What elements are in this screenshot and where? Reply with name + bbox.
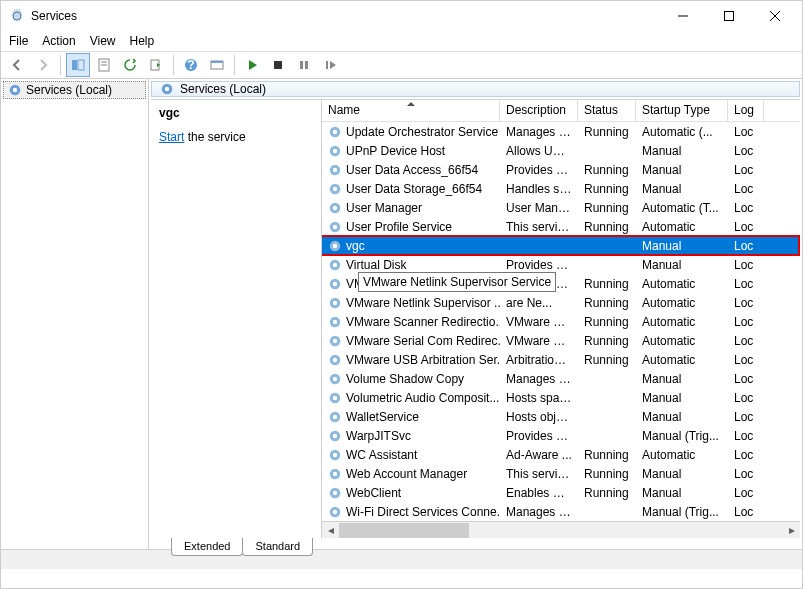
- service-startup-cell: Manual (Trig...: [636, 505, 728, 519]
- service-logon-cell: Loc: [728, 220, 764, 234]
- service-row[interactable]: User Data Access_66f54Provides ap...Runn…: [322, 160, 800, 179]
- minimize-button[interactable]: [660, 1, 706, 31]
- start-link[interactable]: Start: [159, 130, 184, 144]
- service-row[interactable]: Update Orchestrator ServiceManages W...R…: [322, 122, 800, 141]
- content-header-title: Services (Local): [180, 82, 266, 96]
- service-row[interactable]: Volumetric Audio Composit...Hosts spatia…: [322, 388, 800, 407]
- service-row[interactable]: WarpJITSvcProvides a JI...Manual (Trig..…: [322, 426, 800, 445]
- service-startup-cell: Manual: [636, 467, 728, 481]
- service-row[interactable]: UPnP Device HostAllows UPn...ManualLoc: [322, 141, 800, 160]
- service-status-cell: Running: [578, 448, 636, 462]
- service-desc-cell: Hosts spatia...: [500, 391, 578, 405]
- stop-service-button[interactable]: [266, 53, 290, 77]
- column-log-on-as[interactable]: Log: [728, 100, 764, 121]
- service-row[interactable]: VMware USB Arbitration Ser...Arbitration…: [322, 350, 800, 369]
- service-logon-cell: Loc: [728, 410, 764, 424]
- help-button[interactable]: ?: [179, 53, 203, 77]
- service-rows: Update Orchestrator ServiceManages W...R…: [322, 122, 800, 521]
- svg-point-42: [333, 300, 337, 304]
- service-startup-cell: Automatic: [636, 448, 728, 462]
- service-icon: [328, 334, 342, 348]
- service-desc-cell: Allows UPn...: [500, 144, 578, 158]
- service-row[interactable]: Web Account ManagerThis service ...Runni…: [322, 464, 800, 483]
- maximize-button[interactable]: [706, 1, 752, 31]
- menu-action[interactable]: Action: [42, 34, 75, 48]
- start-suffix: the service: [184, 130, 245, 144]
- console-tree-button[interactable]: [205, 53, 229, 77]
- service-row[interactable]: VMware Netlink Supervisor ...are Ne...Ru…: [322, 293, 800, 312]
- service-desc-cell: Manages W...: [500, 125, 578, 139]
- service-startup-cell: Manual: [636, 372, 728, 386]
- restart-service-button[interactable]: [318, 53, 342, 77]
- service-row[interactable]: vgcManualLoc: [322, 236, 800, 255]
- service-name-cell: Volumetric Audio Composit...: [346, 391, 499, 405]
- service-startup-cell: Automatic (T...: [636, 201, 728, 215]
- service-startup-cell: Manual: [636, 391, 728, 405]
- service-icon: [328, 353, 342, 367]
- service-row[interactable]: User ManagerUser Manag...RunningAutomati…: [322, 198, 800, 217]
- svg-point-30: [333, 186, 337, 190]
- service-row[interactable]: User Data Storage_66f54Handles sto...Run…: [322, 179, 800, 198]
- service-desc-cell: This service ...: [500, 467, 578, 481]
- menu-view[interactable]: View: [90, 34, 116, 48]
- service-status-cell: Running: [578, 467, 636, 481]
- column-startup-type[interactable]: Startup Type: [636, 100, 728, 121]
- service-row[interactable]: User Profile ServiceThis service ...Runn…: [322, 217, 800, 236]
- service-icon: [328, 182, 342, 196]
- service-status-cell: Running: [578, 220, 636, 234]
- svg-rect-15: [274, 61, 282, 69]
- tab-standard[interactable]: Standard: [242, 538, 313, 556]
- svg-point-60: [333, 471, 337, 475]
- service-row[interactable]: VMware Scanner Redirectio...VMware Sca..…: [322, 312, 800, 331]
- service-name-cell: Volume Shadow Copy: [346, 372, 464, 386]
- start-service-button[interactable]: [240, 53, 264, 77]
- scroll-right-arrow[interactable]: ▸: [783, 522, 800, 539]
- menu-file[interactable]: File: [9, 34, 28, 48]
- svg-point-64: [333, 509, 337, 513]
- service-icon: [328, 277, 342, 291]
- service-status-cell: Running: [578, 296, 636, 310]
- main-area: Services (Local) Services (Local) vgc St…: [1, 79, 802, 549]
- service-startup-cell: Automatic: [636, 315, 728, 329]
- service-name-cell: WebClient: [346, 486, 401, 500]
- view-tabs: Extended Standard: [171, 538, 800, 556]
- service-name-cell: User Data Storage_66f54: [346, 182, 482, 196]
- service-startup-cell: Manual: [636, 258, 728, 272]
- back-button[interactable]: [5, 53, 29, 77]
- scroll-left-arrow[interactable]: ◂: [322, 522, 339, 539]
- service-row[interactable]: Wi-Fi Direct Services Conne...Manages co…: [322, 502, 800, 521]
- column-description[interactable]: Description: [500, 100, 578, 121]
- service-row[interactable]: Volume Shadow CopyManages an...ManualLoc: [322, 369, 800, 388]
- svg-point-28: [333, 167, 337, 171]
- svg-point-56: [333, 433, 337, 437]
- svg-point-38: [333, 262, 337, 266]
- content-pane: Services (Local) vgc Start the service N…: [149, 79, 802, 549]
- column-name[interactable]: Name: [322, 100, 500, 121]
- properties-button[interactable]: [92, 53, 116, 77]
- menubar: File Action View Help: [1, 31, 802, 51]
- show-hide-tree-button[interactable]: [66, 53, 90, 77]
- selected-service-name: vgc: [159, 106, 313, 120]
- content-header: Services (Local): [151, 81, 800, 97]
- scroll-thumb[interactable]: [339, 523, 469, 538]
- service-logon-cell: Loc: [728, 448, 764, 462]
- export-button[interactable]: [144, 53, 168, 77]
- service-row[interactable]: VMware Serial Com Redirec...VMware Ser..…: [322, 331, 800, 350]
- svg-point-46: [333, 338, 337, 342]
- close-button[interactable]: [752, 1, 798, 31]
- service-row[interactable]: WalletServiceHosts objec...ManualLoc: [322, 407, 800, 426]
- refresh-button[interactable]: [118, 53, 142, 77]
- service-row[interactable]: WC AssistantAd-Aware ...RunningAutomatic…: [322, 445, 800, 464]
- pause-service-button[interactable]: [292, 53, 316, 77]
- menu-help[interactable]: Help: [130, 34, 155, 48]
- service-desc-cell: Ad-Aware ...: [500, 448, 578, 462]
- services-icon: [160, 82, 174, 96]
- tree-item-services-local[interactable]: Services (Local): [3, 81, 146, 99]
- service-row[interactable]: WebClientEnables Win...RunningManualLoc: [322, 483, 800, 502]
- forward-button[interactable]: [31, 53, 55, 77]
- svg-rect-18: [326, 61, 328, 69]
- horizontal-scrollbar[interactable]: ◂ ▸: [322, 521, 800, 538]
- tab-extended[interactable]: Extended: [171, 538, 243, 556]
- column-status[interactable]: Status: [578, 100, 636, 121]
- service-desc-cell: Hosts objec...: [500, 410, 578, 424]
